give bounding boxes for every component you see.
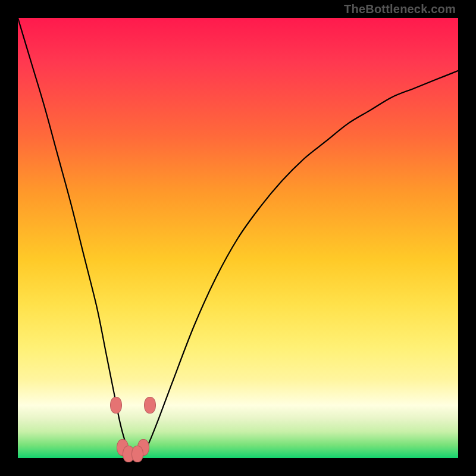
- marker-left-shoulder-upper: [110, 397, 122, 414]
- curve-svg: [18, 18, 458, 458]
- plot-area: [18, 18, 458, 458]
- marker-mid-right-bottom: [131, 446, 143, 462]
- bottleneck-curve: [18, 18, 458, 454]
- marker-right-shoulder-upper: [144, 397, 156, 414]
- outer-frame: TheBottleneck.com: [0, 0, 476, 476]
- watermark-text: TheBottleneck.com: [344, 2, 456, 16]
